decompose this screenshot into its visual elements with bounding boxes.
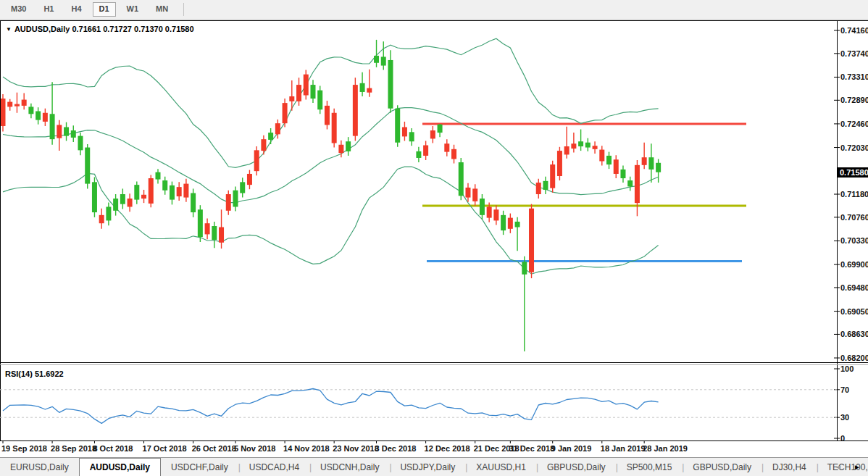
candle-body [578, 141, 583, 146]
candle-body [275, 123, 280, 134]
candle-body [304, 75, 309, 96]
toolbar-divider [183, 3, 184, 16]
candle-body [325, 106, 330, 125]
candle-body [254, 150, 259, 171]
candle-body [106, 206, 111, 220]
rsi-pane [0, 389, 837, 424]
candle-body [642, 157, 647, 165]
tab-usdjpy-daily[interactable]: USDJPY,Daily [390, 458, 465, 476]
tab-audusd-daily[interactable]: AUDUSD,Daily [79, 458, 161, 476]
symbol-tabbar: EURUSD,DailyAUDUSD,DailyUSDCHF,Daily|USD… [0, 458, 868, 476]
date-axis-label: 26 Oct 2018 [192, 444, 236, 453]
tab-xauusd-h1[interactable]: XAUUSD,H1 [466, 458, 536, 476]
candle-body [444, 143, 449, 151]
candle-body [247, 174, 252, 185]
price-axis-label: 0.68630 [840, 330, 868, 338]
tab-gbpusd-daily[interactable]: GBPUSD,Daily [537, 458, 616, 476]
terminal-window: { "toolbar": { "timeframes": [ {"label":… [0, 0, 868, 476]
candle-body [14, 104, 20, 107]
timeframe-button-w1[interactable]: W1 [120, 2, 146, 17]
candle-body [113, 199, 118, 211]
price-axis-label: 0.70330 [840, 237, 868, 245]
current-price-badge: 0.71580 [837, 167, 868, 178]
candle-body [177, 187, 182, 196]
timeframe-button-h4[interactable]: H4 [64, 2, 88, 17]
date-axis-label: 9 Jan 2019 [551, 444, 592, 453]
candle-body [346, 141, 351, 151]
price-axis-label: 0.73740 [840, 50, 868, 58]
candle-body [430, 130, 435, 138]
candle-body [261, 139, 266, 151]
rsi-axis-label: 30 [840, 414, 849, 422]
candle-body [338, 145, 343, 153]
tab-eurusd-daily[interactable]: EURUSD,Daily [0, 458, 79, 476]
candle-body [627, 180, 633, 186]
tab-usdchf-daily[interactable]: USDCHF,Daily [161, 458, 238, 476]
date-axis-label: 31 Dec 2018 [509, 444, 554, 453]
tab-dj30-h4[interactable]: DJ30,H4 [762, 458, 817, 476]
date-axis-label: 19 Sep 2018 [1, 444, 47, 453]
candle-body [99, 215, 104, 223]
date-axis-label: 28 Sep 2018 [51, 444, 96, 453]
candle-body [493, 209, 498, 220]
timeframe-button-d1[interactable]: D1 [93, 2, 116, 17]
candle-body [480, 199, 485, 215]
tab-scroll-left-icon[interactable]: ◄ [835, 463, 842, 471]
date-axis-label: 12 Dec 2018 [425, 444, 470, 453]
candle-body [212, 226, 217, 240]
candle-body [28, 107, 33, 114]
price-axis-label: 0.71180 [840, 191, 868, 199]
candle-body [233, 191, 238, 207]
candle-body [606, 156, 612, 164]
price-axis-label: 0.69050 [840, 308, 868, 316]
candle-body [381, 57, 386, 65]
candle-body [564, 146, 569, 154]
timeframe-button-m30[interactable]: M30 [4, 2, 33, 17]
timeframe-button-h1[interactable]: H1 [37, 2, 60, 17]
candle-body [522, 262, 527, 274]
candle-body [465, 188, 470, 198]
candle-body [64, 127, 69, 135]
tab-usdcnh-daily[interactable]: USDCNH,Daily [310, 458, 389, 476]
candle-body [599, 150, 604, 162]
candle-body [149, 178, 154, 204]
tab-scroll-right-icon[interactable]: ► [854, 463, 861, 471]
candle-body [550, 164, 555, 188]
price-axis-label: 0.69900 [840, 261, 868, 269]
candle-body [85, 148, 90, 184]
candle-body [620, 170, 625, 178]
candle-body [134, 185, 139, 199]
candle-body [487, 206, 492, 217]
candle-body [43, 113, 48, 122]
candle-body [402, 127, 407, 136]
price-chart-canvas[interactable] [0, 20, 868, 443]
candle-body [36, 111, 41, 120]
candle-body [459, 162, 464, 196]
candle-body [501, 215, 506, 230]
candlesticks-layer [1, 40, 662, 351]
timeframe-button-mn[interactable]: MN [149, 2, 175, 17]
candle-body [416, 151, 421, 158]
price-axis-label: 0.72030 [840, 144, 868, 152]
candle-body [543, 181, 548, 190]
date-axis-label: 8 Oct 2018 [93, 444, 133, 453]
candle-body [353, 85, 358, 136]
candle-body [310, 85, 315, 99]
candle-body [388, 60, 393, 109]
candle-body [585, 143, 591, 148]
candle-body [557, 151, 562, 176]
candle-body [296, 85, 301, 101]
chart-dropdown-icon[interactable]: ▼ [6, 26, 12, 33]
chart-title-text: AUDUSD,Daily 0.71661 0.71727 0.71370 0.7… [14, 25, 194, 33]
date-axis-label: 18 Jan 2019 [601, 444, 646, 453]
tab-gbpusd-daily[interactable]: GBPUSD,Daily [683, 458, 761, 476]
candle-body [648, 157, 654, 170]
tab-sp500-m15[interactable]: SP500,M15 [617, 458, 683, 476]
rsi-axis-label: 100 [840, 365, 854, 373]
date-axis-label: 23 Nov 2018 [333, 444, 379, 453]
candle-body [92, 182, 97, 212]
candle-body [656, 163, 661, 172]
candle-body [7, 102, 12, 107]
tab-usdcad-h4[interactable]: USDCAD,H4 [239, 458, 309, 476]
candle-body [57, 125, 62, 138]
